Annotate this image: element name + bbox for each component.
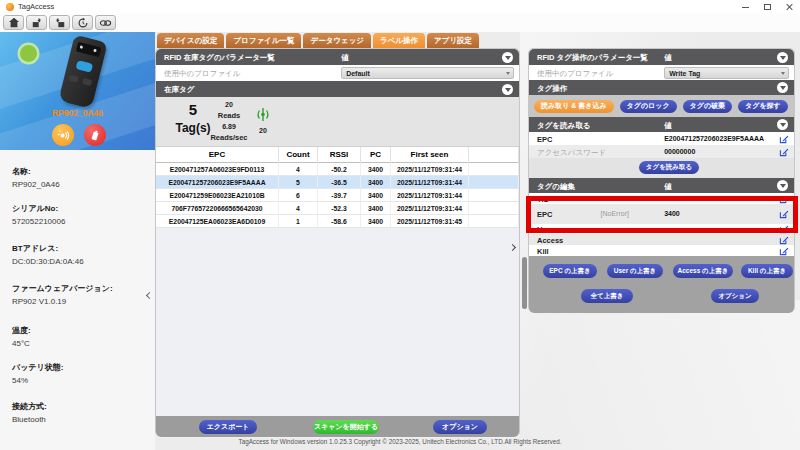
chevron-down-icon [505,56,511,60]
maximize-button[interactable] [756,0,778,14]
inventory-footer: エクスポート スキャンを開始する オプション [156,416,519,437]
field-value: E200471257206023E9F5AAAA [664,135,764,142]
value-column-label: 値 [664,182,672,192]
table-row[interactable]: E200471259E06023EA21010B6 -39.73400 2025… [156,189,519,202]
edit-icon[interactable] [779,134,789,144]
tab-label-operation[interactable]: ラベル操作 [373,33,425,48]
toolbar [0,14,800,32]
table-row[interactable]: 706F776572206665656420304 -52.33400 2025… [156,202,519,215]
write-kill-button[interactable]: Kill の上書き [741,264,793,278]
annotation-highlight-box [526,196,798,233]
home-button[interactable] [3,15,24,30]
read-tag-button[interactable]: タグを読み取る [639,161,699,174]
field-value: 00000000 [664,148,695,155]
info-label: バッテリ状態: [12,362,152,373]
panel-expand-button[interactable] [510,242,519,254]
profile-select[interactable]: Default [341,67,514,79]
read-epc-row: EPC E200471257206023E9F5AAAA [529,132,794,145]
close-button[interactable] [778,0,800,14]
tab-profile-list[interactable]: プロファイル一覧 [226,33,301,48]
collapse-section-button[interactable] [777,82,788,93]
tab-datawedge[interactable]: データウェッジ [303,33,371,48]
write-buttons-area: EPC の上書き User の上書き Access の上書き Kill の上書き… [529,256,794,313]
profile-selected-value: Default [346,70,370,77]
col-epc: EPC [156,147,279,163]
home-icon [8,17,20,28]
info-label: ファームウェアバージョン: [12,283,152,294]
collapse-section-button[interactable] [777,119,788,130]
beeper-button[interactable] [52,124,74,146]
chevron-down-icon [780,123,786,127]
chevron-left-icon [146,292,153,299]
options-button[interactable]: オプション [433,420,487,434]
field-label: Access [537,236,563,245]
edit-tag-header: タグの編集 値 [529,178,794,193]
minimize-button[interactable] [734,0,756,14]
history-button[interactable] [72,15,93,30]
window-title: TagAccess [18,2,54,11]
edit-icon[interactable] [779,235,789,245]
profile-label: 使用中のプロファイル [164,69,240,79]
device-sidebar: RP902_0A46 名称: RP902_0A46 シリアルNo: 572052… [0,32,155,450]
chevron-down-icon [780,86,786,90]
mode-lock-button[interactable]: タグのロック [620,100,677,113]
table-row-selected[interactable]: E200471257206023E9F5AAAA5 -36.53400 2025… [156,176,519,189]
tab-app-settings[interactable]: アプリ設定 [427,33,479,48]
options-button[interactable]: オプション [711,289,759,303]
mode-read-write-button[interactable]: 読み取り & 書き込み [534,100,614,113]
import-profile-button[interactable] [49,15,70,30]
table-row[interactable]: E200471257A06023E9FD01134 -50.23400 2025… [156,163,519,176]
edit-kill-row: Kill [529,245,794,256]
minimize-icon [742,7,749,8]
battery-button[interactable] [84,124,106,146]
mode-kill-button[interactable]: タグの破棄 [683,100,733,113]
table-row[interactable]: E20047125EA06023EA6D01091 -58.63400 2025… [156,215,519,228]
field-label: EPC [537,135,552,144]
read-button-band: タグを読み取る [529,158,794,178]
buzzer-icon [57,129,70,142]
tab-device-settings[interactable]: デバイスの設定 [157,33,224,48]
write-epc-button[interactable]: EPC の上書き [543,264,597,278]
edit-icon[interactable] [779,147,789,157]
info-value: 54% [12,376,152,385]
info-value: Bluetooth [12,415,152,424]
info-name: 名称: RP902_0A46 [12,166,152,189]
collapse-section-button[interactable] [502,84,513,95]
collapse-section-button[interactable] [777,180,788,191]
section-title: RFID 在庫タグのパラメータ一覧 [164,53,275,63]
profile-selected-value: Write Tag [669,70,700,77]
reads-value: 20 [199,101,259,108]
info-value: DC:0D:30:DA:0A:46 [12,257,152,266]
chevron-down-icon [505,88,511,92]
collapse-section-button[interactable] [502,52,513,63]
write-access-button[interactable]: Access の上書き [673,264,733,278]
col-first-seen: First seen [391,147,469,163]
link-button[interactable] [95,15,116,30]
collapse-section-button[interactable] [777,52,788,63]
profile-label: 使用中のプロファイル [537,69,613,79]
write-all-button[interactable]: 全て上書き [581,289,633,303]
info-serial: シリアルNo: 572052210006 [12,203,152,226]
write-user-button[interactable]: User の上書き [607,264,663,278]
sidebar-collapse-button[interactable] [147,290,155,302]
tab-bar: デバイスの設定 プロファイル一覧 データウェッジ ラベル操作 アプリ設定 [157,33,479,48]
link-icon [99,18,112,28]
export-icon [31,17,43,28]
battery-icon [89,129,101,142]
info-battery: バッテリ状態: 54% [12,362,152,385]
edit-icon[interactable] [779,246,789,256]
info-label: シリアルNo: [12,203,152,214]
start-scan-button[interactable]: スキャンを開始する [313,420,379,434]
reads-label: Reads [199,111,259,120]
info-bt-address: BTアドレス: DC:0D:30:DA:0A:46 [12,243,152,266]
export-button[interactable]: エクスポート [199,420,257,434]
app-icon [6,3,14,11]
profile-select[interactable]: Write Tag [664,67,789,79]
power-value: 20 [233,127,293,134]
scrollbar-thumb[interactable] [522,257,527,309]
export-profile-button[interactable] [26,15,47,30]
col-rssi: RSSI [318,147,361,163]
connection-status-icon [20,45,37,62]
mode-locate-button[interactable]: タグを探す [738,100,788,113]
col-pc: PC [361,147,391,163]
